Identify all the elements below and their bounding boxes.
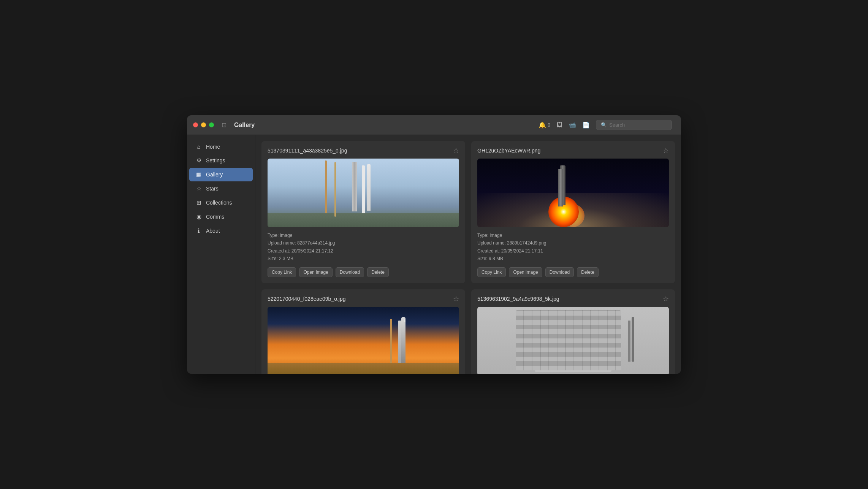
sidebar-item-label: Settings xyxy=(206,157,225,164)
card-upload-name: Upload name: 2889b17424d9.png xyxy=(477,239,669,247)
card-image xyxy=(477,159,669,227)
card-image xyxy=(477,307,669,374)
sidebar-item-stars[interactable]: ☆ Stars xyxy=(189,182,253,195)
action-open-image-button[interactable]: Open image xyxy=(299,267,332,277)
sidebar-item-label: Gallery xyxy=(206,171,223,178)
card-meta: Type: image Upload name: 2889b17424d9.pn… xyxy=(477,232,669,263)
window-title: Gallery xyxy=(234,122,534,129)
sidebar-item-collections[interactable]: ⊞ Collections xyxy=(189,196,253,210)
card-filename: 51370391111_a43a3825e5_o.jpg xyxy=(268,148,347,154)
action-copy-link-button[interactable]: Copy Link xyxy=(268,267,296,277)
bell-icon: 🔔 xyxy=(539,121,546,129)
sidebar-item-home[interactable]: ⌂ Home xyxy=(189,140,253,153)
home-icon: ⌂ xyxy=(195,143,202,150)
sidebar-item-label: Stars xyxy=(206,186,219,192)
search-icon: 🔍 xyxy=(601,122,607,128)
sidebar-item-label: Home xyxy=(206,144,220,150)
main-layout: ⌂ Home ⚙ Settings ▦ Gallery ☆ Stars ⊞ Co… xyxy=(187,135,681,374)
settings-icon: ⚙ xyxy=(195,157,202,164)
sidebar-item-label: Comms xyxy=(206,214,224,220)
traffic-lights xyxy=(193,122,214,127)
sidebar-item-label: About xyxy=(206,228,220,234)
sidebar-item-label: Collections xyxy=(206,200,232,206)
action-open-image-button[interactable]: Open image xyxy=(509,267,542,277)
card-filename: 51369631902_9a4a9c9698_5k.jpg xyxy=(477,296,559,302)
star-button[interactable]: ☆ xyxy=(663,295,669,302)
comms-icon: ◉ xyxy=(195,213,202,220)
star-button[interactable]: ☆ xyxy=(453,147,459,154)
minimize-button[interactable] xyxy=(201,122,206,127)
card-type: Type: image xyxy=(477,232,669,239)
card-created-at: Created at: 20/05/2024 21:17:12 xyxy=(268,247,459,255)
card-created-at: Created at: 20/05/2024 21:17:11 xyxy=(477,247,669,255)
star-button[interactable]: ☆ xyxy=(663,147,669,154)
sidebar: ⌂ Home ⚙ Settings ▦ Gallery ☆ Stars ⊞ Co… xyxy=(187,135,255,374)
card-image xyxy=(268,307,459,374)
gallery-card-card1: 51370391111_a43a3825e5_o.jpg☆ Type: imag… xyxy=(261,141,465,283)
card-header: 52201700440_f028eae09b_o.jpg☆ xyxy=(268,295,459,302)
sidebar-item-settings[interactable]: ⚙ Settings xyxy=(189,154,253,167)
sidebar-item-comms[interactable]: ◉ Comms xyxy=(189,210,253,224)
sidebar-item-gallery[interactable]: ▦ Gallery xyxy=(189,168,253,181)
titlebar: ⊡ Gallery 🔔 0 🖼 📹 📄 🔍 xyxy=(187,115,681,135)
search-bar[interactable]: 🔍 xyxy=(596,120,672,130)
document-icon[interactable]: 📄 xyxy=(582,121,590,129)
maximize-button[interactable] xyxy=(209,122,214,127)
card-filename: 52201700440_f028eae09b_o.jpg xyxy=(268,296,346,302)
card-upload-name: Upload name: 82877e44a314.jpg xyxy=(268,239,459,247)
gallery-icon: ▦ xyxy=(195,171,202,178)
gallery-card-card3: 52201700440_f028eae09b_o.jpg☆ xyxy=(261,289,465,374)
star-button[interactable]: ☆ xyxy=(453,295,459,302)
gallery-content: 51370391111_a43a3825e5_o.jpg☆ Type: imag… xyxy=(255,135,681,374)
close-button[interactable] xyxy=(193,122,198,127)
card-actions: Copy LinkOpen imageDownloadDelete xyxy=(477,267,669,277)
card-header: 51370391111_a43a3825e5_o.jpg☆ xyxy=(268,147,459,154)
sidebar-item-about[interactable]: ℹ About xyxy=(189,224,253,238)
titlebar-icons: 🔔 0 🖼 📹 📄 🔍 xyxy=(539,120,672,130)
card-header: 51369631902_9a4a9c9698_5k.jpg☆ xyxy=(477,295,669,302)
card-actions: Copy LinkOpen imageDownloadDelete xyxy=(268,267,459,277)
action-download-button[interactable]: Download xyxy=(336,267,364,277)
video-icon[interactable]: 📹 xyxy=(569,121,576,129)
card-size: Size: 9.8 MB xyxy=(477,255,669,262)
card-type: Type: image xyxy=(268,232,459,239)
sidebar-toggle-icon[interactable]: ⊡ xyxy=(222,121,227,129)
card-size: Size: 2.3 MB xyxy=(268,255,459,262)
about-icon: ℹ xyxy=(195,227,202,234)
gallery-grid: 51370391111_a43a3825e5_o.jpg☆ Type: imag… xyxy=(261,141,675,374)
action-delete-button[interactable]: Delete xyxy=(367,267,389,277)
gallery-card-card2: GH12uOZbYAEcWwR.png☆ Type: image Upload … xyxy=(471,141,675,283)
action-delete-button[interactable]: Delete xyxy=(577,267,599,277)
stars-icon: ☆ xyxy=(195,185,202,192)
card-header: GH12uOZbYAEcWwR.png☆ xyxy=(477,147,669,154)
action-copy-link-button[interactable]: Copy Link xyxy=(477,267,506,277)
card-image xyxy=(268,159,459,227)
gallery-card-card4: 51369631902_9a4a9c9698_5k.jpg☆ xyxy=(471,289,675,374)
action-download-button[interactable]: Download xyxy=(545,267,574,277)
search-input[interactable] xyxy=(609,122,667,128)
image-icon[interactable]: 🖼 xyxy=(556,122,562,129)
notification-count: 0 xyxy=(548,122,550,128)
app-window: ⊡ Gallery 🔔 0 🖼 📹 📄 🔍 ⌂ Home ⚙ Settings … xyxy=(187,115,681,374)
card-filename: GH12uOZbYAEcWwR.png xyxy=(477,148,540,154)
notification-icon[interactable]: 🔔 0 xyxy=(539,121,550,129)
card-meta: Type: image Upload name: 82877e44a314.jp… xyxy=(268,232,459,263)
collections-icon: ⊞ xyxy=(195,199,202,206)
